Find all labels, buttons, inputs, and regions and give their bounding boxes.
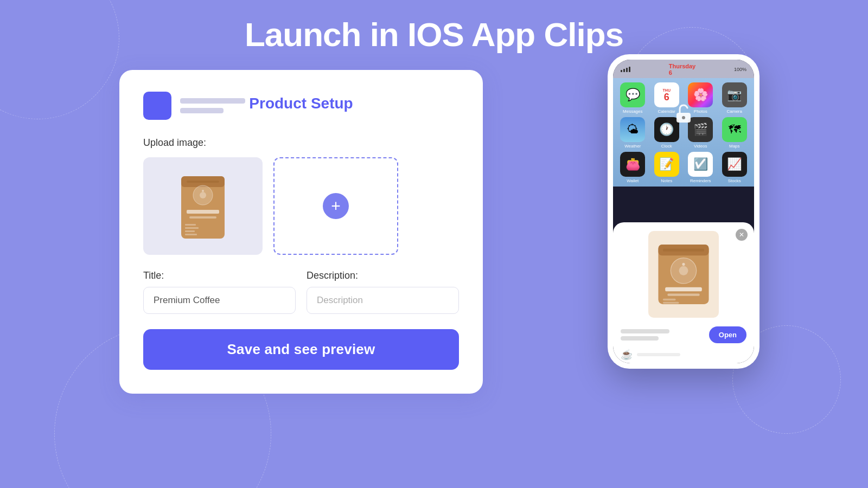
upload-area: + [143,157,459,255]
app-clip-card: ✕ [613,222,754,363]
signal-bar-4 [629,67,630,72]
clip-bottom-line [637,353,680,356]
description-form-group: Description: [307,270,459,314]
clip-line-1 [621,329,669,333]
phone-mockup: Thursday6 100% 💬 Messages [608,54,760,369]
save-preview-button[interactable]: Save and see preview [143,329,459,370]
svg-rect-23 [663,302,679,304]
messages-label: Messages [623,109,642,114]
title-label: Title: [143,270,296,281]
svg-point-5 [202,190,204,192]
add-image-button[interactable]: + [323,193,349,219]
clip-bottom: ☕ [621,345,746,361]
weather-label: Weather [624,144,641,149]
svg-rect-9 [185,227,199,229]
clock-label: Clock [661,144,672,149]
photos-label: Photos [694,109,707,114]
upload-placeholder[interactable]: + [273,157,398,255]
clip-coffee-icon: ☕ [621,349,633,361]
svg-rect-8 [185,224,196,226]
description-input[interactable] [307,287,459,314]
signal-bars [621,67,630,72]
card-title: Product Setup [249,95,353,112]
signal-bar-2 [623,69,625,72]
image-preview [143,157,263,255]
clip-close-button[interactable]: ✕ [736,229,748,241]
svg-rect-7 [189,216,216,219]
app-stocks[interactable]: 📈 Stocks [719,152,750,183]
coffee-bag-image [173,165,233,247]
card-logo [143,92,171,120]
app-weather[interactable]: 🌤 Weather [617,117,648,149]
app-reminders[interactable]: ☑️ Reminders [685,152,716,183]
messages-icon: 💬 [620,82,645,107]
svg-rect-11 [185,234,197,235]
weather-icon: 🌤 [620,117,645,142]
clip-product-image [648,231,719,318]
header-line-1 [180,98,245,104]
app-wallet[interactable]: 👛 Wallet [617,152,648,183]
app-camera[interactable]: 📷 Camera [719,82,750,114]
page-title: Launch in IOS App Clips [245,15,623,54]
svg-rect-20 [665,287,702,292]
clip-coffee-bag [654,236,713,312]
svg-rect-10 [185,230,195,232]
svg-rect-2 [187,181,219,183]
phone-outer: Thursday6 100% 💬 Messages [608,54,760,369]
form-row: Title: Description: [143,270,459,314]
wallet-icon: 👛 [620,152,645,177]
app-messages[interactable]: 💬 Messages [617,82,648,114]
header-line-2 [180,108,224,113]
page-container: Launch in IOS App Clips Product Setup Up… [0,0,868,488]
stocks-icon: 📈 [722,152,747,177]
title-form-group: Title: [143,270,296,314]
card-header-lines [180,98,245,113]
svg-rect-6 [187,210,219,214]
signal-bar-1 [621,70,622,72]
battery-indicator: 100% [734,67,746,72]
content-area: Product Setup Upload image: [119,70,749,394]
phone-inner: Thursday6 100% 💬 Messages [613,60,754,363]
svg-point-4 [200,192,206,198]
status-bar: Thursday6 100% [613,60,754,78]
svg-point-19 [682,263,685,266]
svg-rect-21 [667,294,699,296]
clip-line-2 [621,336,659,341]
svg-point-18 [679,266,688,275]
notes-label: Notes [661,178,672,183]
svg-rect-22 [663,299,676,300]
clip-text-lines [621,329,704,341]
description-label: Description: [307,270,459,281]
svg-point-13 [682,116,685,119]
app-notes[interactable]: 📝 Notes [652,152,682,183]
title-input[interactable] [143,287,296,314]
stocks-label: Stocks [728,178,741,183]
signal-bar-3 [626,68,628,72]
calendar-display: Thursday6 [669,63,696,76]
maps-icon: 🗺 [722,117,747,142]
wallet-label: Wallet [627,178,639,183]
reminders-label: Reminders [690,178,711,183]
camera-icon: 📷 [722,82,747,107]
videos-label: Videos [694,144,707,149]
notes-icon: 📝 [654,152,679,177]
status-time: Thursday6 [669,63,696,76]
reminders-icon: ☑️ [688,152,713,177]
svg-rect-16 [663,249,704,252]
setup-card: Product Setup Upload image: [119,70,483,394]
camera-label: Camera [727,109,742,114]
clip-footer: Open [621,323,746,345]
ios-app-grid: 💬 Messages THU 6 Calendar [613,78,754,187]
open-button[interactable]: Open [709,326,746,343]
maps-label: Maps [729,144,740,149]
unlock-overlay [673,103,694,126]
upload-label: Upload image: [143,137,459,149]
unlock-icon [673,103,694,124]
app-maps[interactable]: 🗺 Maps [719,117,750,149]
